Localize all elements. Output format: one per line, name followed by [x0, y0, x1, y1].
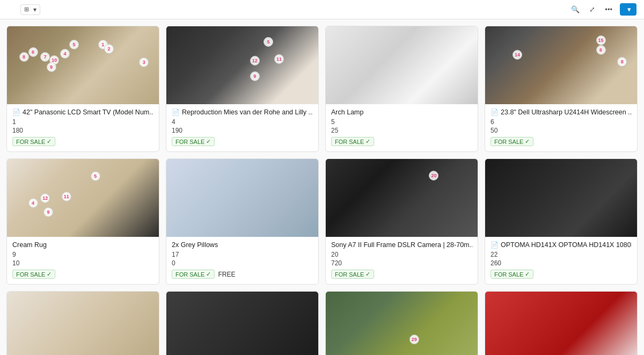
gallery-card[interactable]: 29 — [325, 291, 478, 355]
sort-button[interactable] — [561, 9, 566, 11]
expand-button[interactable]: ⤢ — [587, 4, 597, 15]
card-image — [326, 26, 478, 104]
gallery-card[interactable]: 20Sony A7 II Full Frame DSLR Camera | 28… — [325, 158, 478, 285]
gallery-grid-icon: ⊞ — [24, 6, 29, 13]
for-sale-badge: FOR SALE ✓ — [172, 137, 215, 146]
card-badge-row: FOR SALE ✓FREE — [172, 270, 313, 279]
card-id: 4 — [172, 118, 313, 126]
card-image — [166, 159, 318, 237]
item-number-badge: 11 — [274, 54, 284, 64]
item-number-badge: 11 — [62, 192, 71, 201]
item-number-badge: 12 — [250, 56, 260, 66]
card-image — [485, 292, 637, 355]
card-badge-row: FOR SALE ✓ — [12, 137, 153, 146]
new-chevron-icon: ▾ — [627, 5, 631, 13]
card-badge-row: FOR SALE ✓ — [331, 137, 472, 146]
card-title: 📄Reproduction Mies van der Rohe and Lill… — [172, 108, 313, 116]
item-number-badge: 2 — [104, 44, 114, 54]
gallery-grid: 51687431029📄42" Panasonic LCD Smart TV (… — [0, 19, 644, 355]
doc-icon: 📄 — [491, 241, 499, 249]
item-number-badge: 9 — [43, 207, 53, 217]
card-id: 6 — [491, 118, 632, 126]
for-sale-badge: FOR SALE ✓ — [12, 270, 55, 279]
chevron-down-icon: ▾ — [33, 6, 36, 13]
item-number-badge: 14 — [513, 50, 522, 60]
card-image: 156148 — [485, 26, 637, 104]
card-price: 25 — [331, 127, 472, 134]
card-id: 20 — [331, 251, 472, 258]
card-id: 9 — [12, 251, 153, 258]
item-number-badge: 9 — [47, 62, 56, 72]
card-price: 0 — [172, 259, 313, 267]
gallery-card[interactable]: 51687431029📄42" Panasonic LCD Smart TV (… — [6, 26, 159, 152]
card-title-text: Cream Rug — [12, 241, 47, 249]
card-body: Sony A7 II Full Frame DSLR Camera | 28-7… — [326, 237, 478, 284]
card-title-text: 2x Grey Pillows — [172, 241, 218, 249]
for-sale-badge: FOR SALE ✓ — [491, 137, 533, 146]
card-title-text: 23.8" Dell Ultrasharp U2414H Widescreen … — [501, 108, 632, 116]
header-actions: 🔍 ⤢ ••• ▾ — [561, 3, 636, 16]
for-sale-badge: FOR SALE ✓ — [331, 137, 374, 146]
gallery-card[interactable]: 512119📄Reproduction Mies van der Rohe an… — [166, 26, 319, 152]
search-icon: 🔍 — [571, 5, 580, 13]
card-title-text: OPTOMA HD141X OPTOMA HD141X 1080P... — [501, 241, 632, 249]
for-sale-badge: FOR SALE ✓ — [172, 270, 215, 279]
card-title-text: Sony A7 II Full Frame DSLR Camera | 28-7… — [331, 241, 472, 249]
item-number-badge: 7 — [40, 52, 50, 62]
card-image — [7, 292, 159, 355]
card-body: 📄OPTOMA HD141X OPTOMA HD141X 1080P...222… — [485, 237, 637, 284]
card-price: 50 — [491, 127, 632, 134]
gallery-card[interactable] — [6, 291, 159, 355]
card-image — [166, 292, 318, 355]
header: ⊞ ▾ 🔍 ⤢ ••• ▾ — [0, 0, 644, 19]
item-number-badge: 6 — [596, 45, 606, 55]
card-title: 📄23.8" Dell Ultrasharp U2414H Widescreen… — [491, 108, 632, 116]
for-sale-badge: FOR SALE ✓ — [491, 270, 533, 279]
item-number-badge: 8 — [19, 52, 29, 62]
card-id: 22 — [491, 251, 632, 258]
item-number-badge: 29 — [409, 335, 419, 344]
card-image: 5121149 — [7, 159, 159, 237]
card-id: 1 — [12, 118, 153, 126]
card-badge-row: FOR SALE ✓ — [12, 270, 153, 279]
more-options-button[interactable]: ••• — [603, 4, 614, 15]
item-number-badge: 20 — [429, 171, 438, 180]
card-title: 2x Grey Pillows — [172, 241, 313, 249]
card-badge-row: FOR SALE ✓ — [331, 270, 472, 279]
item-number-badge: 3 — [139, 57, 149, 67]
gallery-card[interactable]: 2x Grey Pillows170FOR SALE ✓FREE — [166, 158, 319, 285]
card-title: 📄42" Panasonic LCD Smart TV (Model Num..… — [12, 108, 153, 116]
gallery-card[interactable]: 5121149Cream Rug910FOR SALE ✓ — [6, 158, 159, 285]
card-title: Arch Lamp — [331, 108, 472, 116]
gallery-selector[interactable]: ⊞ ▾ — [20, 4, 40, 15]
gallery-card[interactable]: 📄OPTOMA HD141X OPTOMA HD141X 1080P...222… — [485, 158, 638, 285]
item-number-badge: 5 — [264, 37, 273, 47]
item-number-badge: 5 — [69, 40, 79, 49]
card-price: 10 — [12, 259, 153, 267]
card-image: 29 — [326, 292, 478, 355]
card-body: 📄42" Panasonic LCD Smart TV (Model Num..… — [7, 104, 159, 151]
for-sale-badge: FOR SALE ✓ — [331, 270, 374, 279]
item-number-badge: 9 — [250, 71, 260, 81]
gallery-card[interactable]: Arch Lamp525FOR SALE ✓ — [325, 26, 478, 152]
for-sale-badge: FOR SALE ✓ — [12, 137, 55, 146]
card-image: 20 — [326, 159, 478, 237]
card-price: 720 — [331, 259, 472, 267]
gallery-card[interactable] — [166, 291, 319, 355]
doc-icon: 📄 — [491, 108, 499, 116]
card-title-text: 42" Panasonic LCD Smart TV (Model Num... — [23, 108, 153, 116]
card-price: 190 — [172, 127, 313, 134]
card-title: Sony A7 II Full Frame DSLR Camera | 28-7… — [331, 241, 472, 249]
new-button[interactable]: ▾ — [620, 3, 636, 16]
card-price: 180 — [12, 127, 153, 134]
card-image: 512119 — [166, 26, 318, 104]
gallery-card[interactable] — [485, 291, 638, 355]
item-number-badge: 5 — [91, 171, 100, 181]
item-number-badge: 4 — [28, 198, 38, 208]
card-id: 5 — [331, 118, 472, 126]
card-title-text: Arch Lamp — [331, 108, 363, 116]
search-button[interactable]: 🔍 — [571, 5, 582, 13]
card-body: Arch Lamp525FOR SALE ✓ — [326, 104, 478, 151]
gallery-card[interactable]: 156148📄23.8" Dell Ultrasharp U2414H Wide… — [485, 26, 638, 152]
free-badge: FREE — [218, 271, 235, 278]
